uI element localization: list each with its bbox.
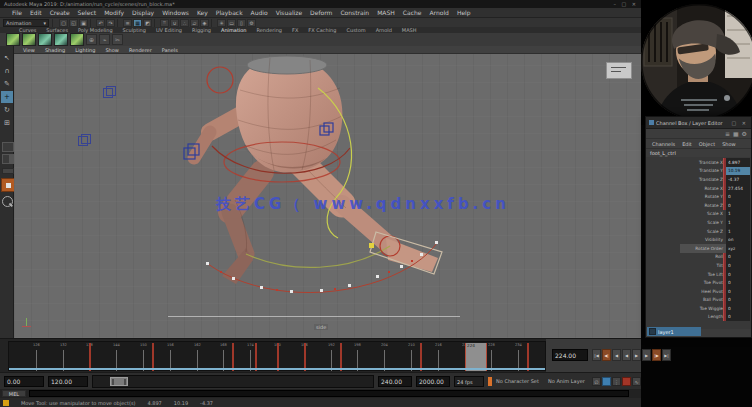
isolate-select-button[interactable] bbox=[1, 178, 15, 192]
channel-value[interactable]: 0 bbox=[726, 313, 750, 322]
layer-visibility-toggle[interactable] bbox=[649, 328, 656, 335]
channel-value[interactable]: 1 bbox=[726, 227, 750, 236]
keyframe-tick[interactable] bbox=[89, 343, 91, 371]
channel-box-menu-channels[interactable]: Channels bbox=[649, 141, 678, 147]
shelf-button-1[interactable]: ⊕ bbox=[86, 34, 97, 45]
channel-row[interactable]: Rotate X27.454 bbox=[680, 184, 750, 193]
auto-keyframe-toggle[interactable] bbox=[622, 377, 631, 386]
channel-row[interactable]: Heel Pivot0 bbox=[680, 287, 750, 296]
channel-row[interactable]: Scale Z1 bbox=[680, 227, 750, 236]
shelf-curve-tool-3[interactable] bbox=[38, 33, 52, 46]
sort-icon[interactable]: ≡ bbox=[725, 131, 730, 137]
playback-end-field[interactable]: 240.00 bbox=[378, 376, 412, 387]
select-component-icon[interactable]: ◩ bbox=[143, 19, 152, 27]
menu-key[interactable]: Key bbox=[193, 9, 212, 16]
step-forward-key-button[interactable]: |▶ bbox=[652, 349, 661, 361]
layer-row-selected[interactable]: layer1 bbox=[647, 327, 701, 336]
viewport-menu-show[interactable]: Show bbox=[100, 47, 124, 53]
channel-row[interactable]: Translate Z-4.37 bbox=[680, 175, 750, 184]
menu-set-dropdown[interactable]: Animation ▾ bbox=[3, 19, 49, 27]
channel-box-object-name[interactable]: foot_L_ctrl bbox=[646, 149, 751, 157]
single-pane-layout-button[interactable] bbox=[2, 142, 14, 152]
gear-icon[interactable]: ⚙ bbox=[742, 131, 747, 137]
go-to-end-button[interactable]: ▶| bbox=[662, 349, 671, 361]
select-hierarchy-icon[interactable]: ≡ bbox=[123, 19, 132, 27]
step-back-frame-button[interactable]: ◀ bbox=[612, 349, 621, 361]
channel-value[interactable]: 1 bbox=[726, 210, 750, 219]
window-buttons[interactable]: – □ ✕ bbox=[613, 1, 638, 7]
time-slider-track[interactable]: 1261321381441501561621681741801861921982… bbox=[8, 341, 546, 371]
rotate-tool[interactable]: ↻ bbox=[1, 104, 13, 116]
range-grip[interactable] bbox=[112, 379, 114, 385]
playback-start-field[interactable]: 120.00 bbox=[48, 376, 88, 387]
render-settings-icon[interactable]: ⚙ bbox=[247, 19, 256, 27]
channel-value[interactable]: 0 bbox=[726, 201, 750, 210]
channel-row[interactable]: Length0 bbox=[680, 313, 750, 322]
mute-toggle[interactable]: ∅ bbox=[592, 377, 601, 386]
set-key-icon[interactable] bbox=[488, 377, 492, 386]
character-near-leg[interactable] bbox=[300, 162, 438, 272]
channel-row[interactable]: Roll0 bbox=[680, 253, 750, 262]
menu-audio[interactable]: Audio bbox=[247, 9, 272, 16]
channel-value[interactable]: 4.897 bbox=[726, 158, 750, 167]
keyframe-tick[interactable] bbox=[527, 343, 529, 371]
channel-row[interactable]: Scale X1 bbox=[680, 210, 750, 219]
viewport-menu-shading[interactable]: Shading bbox=[40, 47, 70, 53]
channel-row[interactable]: Ball Pivot0 bbox=[680, 296, 750, 305]
menu-visualize[interactable]: Visualize bbox=[272, 9, 306, 16]
range-slider-handle[interactable] bbox=[110, 377, 128, 386]
render-view-icon[interactable]: ▭ bbox=[227, 19, 236, 27]
channel-value[interactable]: 0 bbox=[726, 278, 750, 287]
menu-file[interactable]: File bbox=[8, 9, 26, 16]
fps-dropdown[interactable]: 24 fps bbox=[454, 376, 484, 387]
anim-layer-label[interactable]: No Anim Layer bbox=[548, 378, 585, 384]
move-tool[interactable]: + bbox=[1, 91, 13, 103]
undo-icon[interactable]: ↶ bbox=[96, 19, 105, 27]
panel-window-buttons[interactable]: □ ✕ bbox=[731, 120, 748, 126]
channel-row[interactable]: Toe Pivot0 bbox=[680, 278, 750, 287]
menu-cache[interactable]: Cache bbox=[399, 9, 426, 16]
channel-row[interactable]: Rotate Orderxyz bbox=[680, 244, 750, 253]
open-scene-icon[interactable]: ◱ bbox=[69, 19, 78, 27]
select-object-icon[interactable]: ▦ bbox=[133, 19, 142, 27]
channel-row[interactable]: Translate Y10.19 bbox=[680, 167, 750, 176]
snap-plane-icon[interactable]: ▱ bbox=[190, 19, 199, 27]
channel-box-menu-object[interactable]: Object bbox=[696, 141, 718, 147]
keyframe-tick[interactable] bbox=[340, 343, 342, 371]
keyframe-tick[interactable] bbox=[152, 343, 154, 371]
channel-value[interactable]: 10.19 bbox=[726, 167, 750, 176]
character-torso[interactable] bbox=[235, 56, 346, 252]
channel-row[interactable]: Visibilityon bbox=[680, 235, 750, 244]
command-line-input[interactable] bbox=[29, 390, 629, 397]
animation-start-field[interactable]: 0.00 bbox=[4, 376, 44, 387]
channel-value[interactable]: 0 bbox=[726, 304, 750, 313]
channel-box-title-bar[interactable]: Channel Box / Layer Editor □ ✕ bbox=[646, 117, 751, 129]
keyframe-tick[interactable] bbox=[255, 343, 257, 371]
character-mesh[interactable] bbox=[150, 54, 470, 330]
shelf-curve-tool-4[interactable] bbox=[54, 33, 68, 46]
keyframe-tick[interactable] bbox=[304, 343, 306, 371]
four-pane-layout-button[interactable] bbox=[2, 154, 14, 164]
keyframe-tick[interactable] bbox=[232, 343, 234, 371]
animation-preferences-button[interactable]: ∿ bbox=[632, 377, 641, 386]
zoom-tool-icon[interactable] bbox=[2, 196, 13, 207]
menu-mash[interactable]: MASH bbox=[373, 9, 399, 16]
ipr-render-icon[interactable]: ▯ bbox=[237, 19, 246, 27]
select-tool[interactable]: ↖ bbox=[1, 52, 13, 64]
channel-row[interactable]: Rotate Y0 bbox=[680, 192, 750, 201]
control-cube-left[interactable] bbox=[78, 136, 88, 146]
play-forwards-button[interactable]: ▶ bbox=[632, 349, 641, 361]
keyframe-tick[interactable] bbox=[420, 343, 422, 371]
viewport-menu-renderer[interactable]: Renderer bbox=[124, 47, 157, 53]
current-frame-field[interactable]: 224.00 bbox=[552, 349, 588, 361]
step-back-key-button[interactable]: ◀| bbox=[602, 349, 611, 361]
current-frame-indicator[interactable]: 224 bbox=[465, 343, 487, 371]
channel-row[interactable]: Toe Wiggle0 bbox=[680, 304, 750, 313]
range-slider-bar[interactable] bbox=[92, 375, 374, 388]
new-scene-icon[interactable]: ▢ bbox=[59, 19, 68, 27]
snap-grid-icon[interactable]: ⌗ bbox=[160, 19, 169, 27]
menu-edit[interactable]: Edit bbox=[26, 9, 46, 16]
animation-end-field[interactable]: 2000.00 bbox=[416, 376, 450, 387]
evaluation-mode-button[interactable]: ⋮ bbox=[612, 377, 621, 386]
make-live-icon[interactable]: ◈ bbox=[200, 19, 209, 27]
